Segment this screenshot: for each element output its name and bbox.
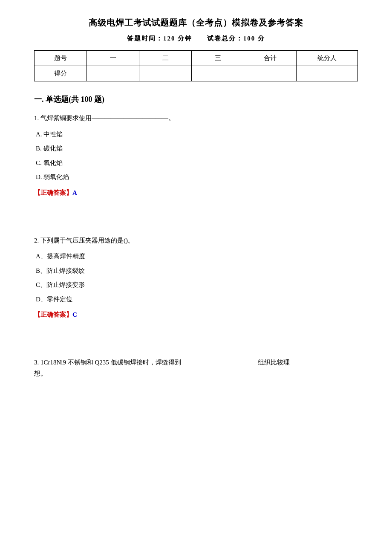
- table-header-three: 三: [192, 51, 244, 66]
- table-score-two: [139, 66, 192, 81]
- answer-1-letter: A: [72, 189, 77, 196]
- table-header-two: 二: [139, 51, 192, 66]
- table-header-tihao: 题号: [35, 51, 87, 66]
- score-table: 题号 一 二 三 合计 统分人 得分: [34, 50, 358, 81]
- answer-1-bracket-open: 【: [34, 189, 40, 196]
- table-header-total: 合计: [244, 51, 297, 66]
- question-1-option-c: C. 氧化焰: [34, 158, 358, 169]
- question-2: 2. 下列属于气压压夹器用途的是()。 A、提高焊件精度 B、防止焊接裂纹 C、…: [34, 235, 358, 319]
- table-score-row: 得分: [35, 66, 358, 81]
- answer-2-text: 正确答案: [40, 311, 66, 318]
- table-score-three: [192, 66, 244, 81]
- answer-2-bracket-close: 】: [66, 311, 72, 318]
- table-header-one: 一: [87, 51, 139, 66]
- answer-1-text: 正确答案: [40, 189, 66, 196]
- question-2-option-b: B、防止焊接裂纹: [34, 266, 358, 277]
- question-1-answer: 【正确答案】A: [34, 189, 358, 197]
- time-label: 答题时间：120 分钟: [127, 35, 192, 42]
- exam-info: 答题时间：120 分钟 试卷总分：100 分: [34, 35, 358, 43]
- question-1: 1. 气焊紫铜要求使用————————————。 A. 中性焰 B. 碳化焰 C…: [34, 113, 358, 197]
- question-1-option-a: A. 中性焰: [34, 129, 358, 140]
- page-title: 高级电焊工考试试题题库（全考点）模拟卷及参考答案: [34, 17, 358, 29]
- answer-2-letter: C: [72, 311, 77, 318]
- table-defen-label: 得分: [35, 66, 87, 81]
- answer-1-bracket-close: 】: [66, 189, 72, 196]
- question-1-option-d: D. 弱氧化焰: [34, 172, 358, 183]
- question-2-answer: 【正确答案】C: [34, 311, 358, 319]
- question-1-text: 1. 气焊紫铜要求使用————————————。: [34, 113, 358, 124]
- table-score-total: [244, 66, 297, 81]
- question-2-option-d: D、零件定位: [34, 294, 358, 305]
- section1-title: 一. 单选题(共 100 题): [34, 94, 358, 104]
- answer-2-bracket-open: 【: [34, 311, 40, 318]
- table-score-one: [87, 66, 139, 81]
- table-header-row: 题号 一 二 三 合计 统分人: [35, 51, 358, 66]
- score-label: 试卷总分：100 分: [207, 35, 265, 42]
- question-3-text: 3. 1Cr18Ni9 不锈钢和 Q235 低碳钢焊接时，焊缝得到———————…: [34, 357, 358, 379]
- page-container: 高级电焊工考试试题题库（全考点）模拟卷及参考答案 答题时间：120 分钟 试卷总…: [34, 17, 358, 379]
- question-1-option-b: B. 碳化焰: [34, 143, 358, 154]
- table-header-scorer: 统分人: [297, 51, 358, 66]
- question-3: 3. 1Cr18Ni9 不锈钢和 Q235 低碳钢焊接时，焊缝得到———————…: [34, 357, 358, 379]
- question-2-option-a: A、提高焊件精度: [34, 251, 358, 262]
- question-2-text: 2. 下列属于气压压夹器用途的是()。: [34, 235, 358, 246]
- table-score-scorer: [297, 66, 358, 81]
- question-2-option-c: C、防止焊接变形: [34, 280, 358, 291]
